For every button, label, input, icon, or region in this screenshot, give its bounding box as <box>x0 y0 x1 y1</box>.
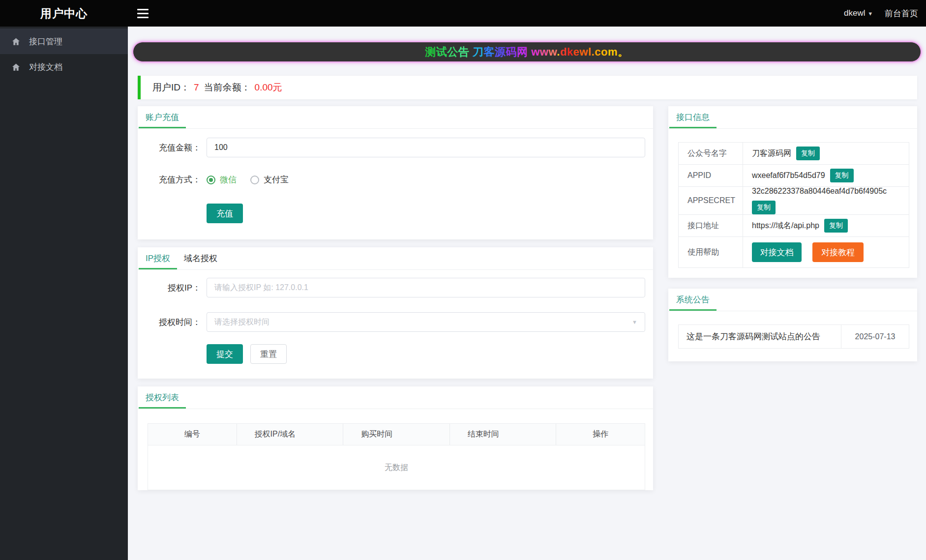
copy-button[interactable]: 复制 <box>752 201 776 214</box>
topbar: 用户中心 dkewl ▾ 前台首页 <box>0 0 926 27</box>
time-select[interactable]: 请选择授权时间 ▼ <box>207 312 645 332</box>
chevron-down-icon: ▼ <box>632 319 637 325</box>
tab-label: IP授权 <box>146 253 170 264</box>
empty-state: 无数据 <box>148 445 645 490</box>
doc-button[interactable]: 对接文档 <box>752 242 802 262</box>
sidebar-item-docs[interactable]: 对接文档 <box>0 54 128 80</box>
sidebar: 接口管理 对接文档 <box>0 27 128 560</box>
copy-button[interactable]: 复制 <box>824 219 848 233</box>
user-menu[interactable]: dkewl ▾ <box>844 8 872 18</box>
sidebar-item-api-management[interactable]: 接口管理 <box>0 29 128 54</box>
card-title: 系统公告 <box>676 294 710 305</box>
amount-input[interactable] <box>207 138 645 157</box>
tab-recharge[interactable]: 账户充值 <box>139 106 186 128</box>
ip-input[interactable] <box>207 278 645 297</box>
info-value: 32c286223378a80446eaf4d7b6f4905c <box>752 187 887 196</box>
column-header-ip-domain: 授权IP/域名 <box>237 424 344 445</box>
balance-label: 当前余额： <box>204 81 251 94</box>
api-info-card: 接口信息 公众号名字 刀客源码网 复制 APPID <box>668 106 917 278</box>
balance-value: 0.00元 <box>255 81 282 94</box>
radio-circle-icon <box>250 176 259 184</box>
notice-card: 系统公告 这是一条刀客源码网测试站点的公告 2025-07-13 <box>668 289 917 361</box>
card-title: 账户充值 <box>146 112 179 123</box>
info-label: APPID <box>679 165 743 186</box>
home-icon <box>11 37 21 46</box>
column-header-buy-time: 购买时间 <box>343 424 450 445</box>
info-label: 使用帮助 <box>679 237 743 267</box>
radio-label: 微信 <box>220 174 237 185</box>
hamburger-icon[interactable] <box>137 9 149 18</box>
radio-circle-icon <box>207 176 215 184</box>
info-row-appid: APPID wxeefaf6f7b54d5d79 复制 <box>679 165 909 187</box>
info-row-api-url: 接口地址 https://域名/api.php 复制 <box>679 215 909 237</box>
main-content: 测试公告 刀客源码网 www.dkewl.com。 用户ID： 7 当前余额： … <box>128 27 926 560</box>
column-header-id: 编号 <box>148 424 237 445</box>
info-value: 刀客源码网 <box>752 148 791 159</box>
tab-label: 域名授权 <box>184 253 217 264</box>
auth-table: 编号 授权IP/域名 购买时间 结束时间 操作 无数据 <box>148 423 645 490</box>
user-id-label: 用户ID： <box>152 81 190 94</box>
banner-text: 测试公告 刀客源码网 www.dkewl.com。 <box>425 45 628 59</box>
column-header-end-time: 结束时间 <box>450 424 557 445</box>
tab-auth-list[interactable]: 授权列表 <box>139 386 186 409</box>
frontend-home-link[interactable]: 前台首页 <box>885 8 918 19</box>
auth-list-card: 授权列表 编号 授权IP/域名 购买时间 结束时间 操作 无数据 <box>138 386 653 490</box>
notice-row: 这是一条刀客源码网测试站点的公告 2025-07-13 <box>679 325 909 348</box>
tab-domain-auth[interactable]: 域名授权 <box>177 247 224 269</box>
info-value: wxeefaf6f7b54d5d79 <box>752 171 825 180</box>
tutorial-button[interactable]: 对接教程 <box>812 242 864 262</box>
tab-ip-auth[interactable]: IP授权 <box>139 247 177 269</box>
copy-button[interactable]: 复制 <box>796 147 820 160</box>
recharge-button[interactable]: 充值 <box>207 204 243 223</box>
submit-button[interactable]: 提交 <box>207 344 243 364</box>
notice-date: 2025-07-13 <box>841 325 909 348</box>
info-row-appsecret: APPSECRET 32c286223378a80446eaf4d7b6f490… <box>679 187 909 215</box>
info-label: APPSECRET <box>679 187 743 214</box>
user-id-value: 7 <box>194 82 199 93</box>
reset-button[interactable]: 重置 <box>250 344 287 364</box>
time-label: 授权时间： <box>148 317 207 328</box>
column-header-actions: 操作 <box>556 424 645 445</box>
auth-card: IP授权 域名授权 授权IP： 授权时间： 请选择授权时间 <box>138 247 653 379</box>
info-row-account-name: 公众号名字 刀客源码网 复制 <box>679 143 909 165</box>
sidebar-item-label: 接口管理 <box>29 36 62 47</box>
app-title: 用户中心 <box>0 6 128 21</box>
info-value: https://域名/api.php <box>752 221 819 231</box>
method-label: 充值方式： <box>148 174 207 185</box>
info-label: 接口地址 <box>679 215 743 236</box>
radio-label: 支付宝 <box>264 174 289 185</box>
card-title: 接口信息 <box>676 112 710 123</box>
info-row-help: 使用帮助 对接文档 对接教程 <box>679 237 909 267</box>
api-info-table: 公众号名字 刀客源码网 复制 APPID wxeefaf6f7b54d5d79 … <box>678 142 909 268</box>
user-info-bar: 用户ID： 7 当前余额： 0.00元 <box>138 76 917 99</box>
recharge-card: 账户充值 充值金额： 充值方式： 微信 <box>138 106 653 239</box>
tab-notice[interactable]: 系统公告 <box>669 289 717 311</box>
announcement-banner: 测试公告 刀客源码网 www.dkewl.com。 <box>133 42 921 62</box>
card-title: 授权列表 <box>146 392 179 403</box>
amount-label: 充值金额： <box>148 142 207 153</box>
notice-table: 这是一条刀客源码网测试站点的公告 2025-07-13 <box>678 324 909 349</box>
radio-alipay[interactable]: 支付宝 <box>250 174 289 185</box>
ip-label: 授权IP： <box>148 282 207 294</box>
radio-wechat[interactable]: 微信 <box>207 174 237 185</box>
sidebar-item-label: 对接文档 <box>29 61 62 73</box>
info-label: 公众号名字 <box>679 143 743 164</box>
home-icon <box>11 62 21 72</box>
copy-button[interactable]: 复制 <box>830 169 854 182</box>
notice-text: 这是一条刀客源码网测试站点的公告 <box>679 325 841 348</box>
select-placeholder: 请选择授权时间 <box>214 317 632 327</box>
chevron-down-icon: ▾ <box>868 10 872 17</box>
username: dkewl <box>844 8 865 18</box>
tab-api-info[interactable]: 接口信息 <box>669 106 717 128</box>
